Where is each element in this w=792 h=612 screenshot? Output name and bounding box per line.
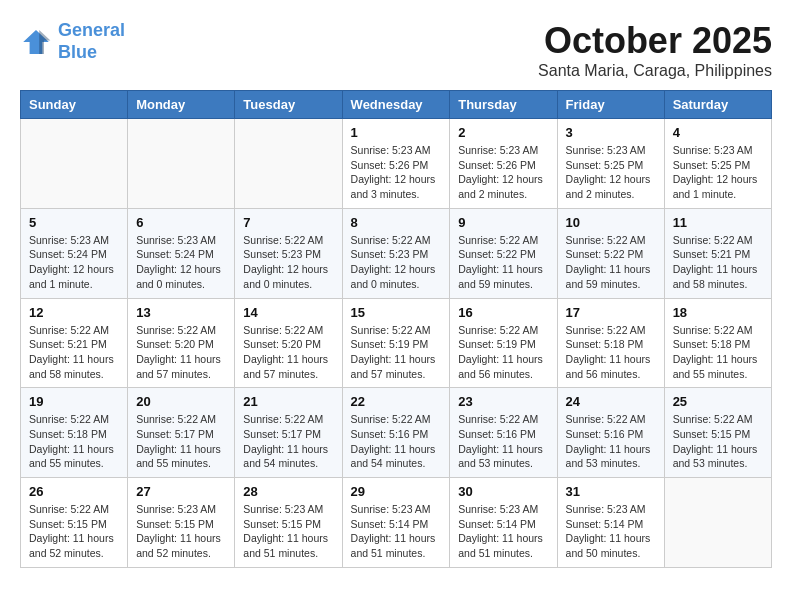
day-info: Sunrise: 5:22 AM Sunset: 5:15 PM Dayligh… (673, 412, 763, 471)
calendar-cell: 25Sunrise: 5:22 AM Sunset: 5:15 PM Dayli… (664, 388, 771, 478)
weekday-header-thursday: Thursday (450, 91, 557, 119)
calendar-cell: 17Sunrise: 5:22 AM Sunset: 5:18 PM Dayli… (557, 298, 664, 388)
calendar-cell: 8Sunrise: 5:22 AM Sunset: 5:23 PM Daylig… (342, 208, 450, 298)
logo-line1: General (58, 20, 125, 40)
calendar-cell: 29Sunrise: 5:23 AM Sunset: 5:14 PM Dayli… (342, 478, 450, 568)
day-info: Sunrise: 5:22 AM Sunset: 5:23 PM Dayligh… (243, 233, 333, 292)
title-block: October 2025 Santa Maria, Caraga, Philip… (538, 20, 772, 80)
calendar-cell: 10Sunrise: 5:22 AM Sunset: 5:22 PM Dayli… (557, 208, 664, 298)
calendar-week-row: 12Sunrise: 5:22 AM Sunset: 5:21 PM Dayli… (21, 298, 772, 388)
calendar-week-row: 5Sunrise: 5:23 AM Sunset: 5:24 PM Daylig… (21, 208, 772, 298)
day-number: 21 (243, 394, 333, 409)
calendar-cell: 14Sunrise: 5:22 AM Sunset: 5:20 PM Dayli… (235, 298, 342, 388)
day-info: Sunrise: 5:22 AM Sunset: 5:23 PM Dayligh… (351, 233, 442, 292)
day-number: 13 (136, 305, 226, 320)
day-number: 22 (351, 394, 442, 409)
day-info: Sunrise: 5:22 AM Sunset: 5:16 PM Dayligh… (566, 412, 656, 471)
day-info: Sunrise: 5:22 AM Sunset: 5:20 PM Dayligh… (243, 323, 333, 382)
day-number: 30 (458, 484, 548, 499)
logo-text: General Blue (58, 20, 125, 63)
calendar-cell: 27Sunrise: 5:23 AM Sunset: 5:15 PM Dayli… (128, 478, 235, 568)
calendar-cell: 18Sunrise: 5:22 AM Sunset: 5:18 PM Dayli… (664, 298, 771, 388)
weekday-header-wednesday: Wednesday (342, 91, 450, 119)
day-info: Sunrise: 5:22 AM Sunset: 5:22 PM Dayligh… (458, 233, 548, 292)
calendar-cell: 9Sunrise: 5:22 AM Sunset: 5:22 PM Daylig… (450, 208, 557, 298)
day-number: 5 (29, 215, 119, 230)
calendar-cell: 15Sunrise: 5:22 AM Sunset: 5:19 PM Dayli… (342, 298, 450, 388)
calendar-cell: 20Sunrise: 5:22 AM Sunset: 5:17 PM Dayli… (128, 388, 235, 478)
day-info: Sunrise: 5:23 AM Sunset: 5:14 PM Dayligh… (566, 502, 656, 561)
day-info: Sunrise: 5:22 AM Sunset: 5:21 PM Dayligh… (29, 323, 119, 382)
calendar-cell: 16Sunrise: 5:22 AM Sunset: 5:19 PM Dayli… (450, 298, 557, 388)
day-number: 9 (458, 215, 548, 230)
day-info: Sunrise: 5:23 AM Sunset: 5:25 PM Dayligh… (566, 143, 656, 202)
calendar-cell: 30Sunrise: 5:23 AM Sunset: 5:14 PM Dayli… (450, 478, 557, 568)
logo-icon (20, 26, 52, 58)
day-info: Sunrise: 5:22 AM Sunset: 5:22 PM Dayligh… (566, 233, 656, 292)
calendar-cell: 28Sunrise: 5:23 AM Sunset: 5:15 PM Dayli… (235, 478, 342, 568)
day-info: Sunrise: 5:22 AM Sunset: 5:16 PM Dayligh… (458, 412, 548, 471)
day-number: 10 (566, 215, 656, 230)
calendar-cell: 23Sunrise: 5:22 AM Sunset: 5:16 PM Dayli… (450, 388, 557, 478)
weekday-header-saturday: Saturday (664, 91, 771, 119)
page-header: General Blue October 2025 Santa Maria, C… (20, 20, 772, 80)
day-number: 26 (29, 484, 119, 499)
weekday-header-row: SundayMondayTuesdayWednesdayThursdayFrid… (21, 91, 772, 119)
day-number: 29 (351, 484, 442, 499)
day-info: Sunrise: 5:22 AM Sunset: 5:19 PM Dayligh… (351, 323, 442, 382)
day-number: 6 (136, 215, 226, 230)
day-number: 2 (458, 125, 548, 140)
day-number: 15 (351, 305, 442, 320)
day-info: Sunrise: 5:23 AM Sunset: 5:15 PM Dayligh… (136, 502, 226, 561)
day-info: Sunrise: 5:22 AM Sunset: 5:21 PM Dayligh… (673, 233, 763, 292)
day-number: 27 (136, 484, 226, 499)
calendar-cell: 26Sunrise: 5:22 AM Sunset: 5:15 PM Dayli… (21, 478, 128, 568)
day-number: 7 (243, 215, 333, 230)
day-number: 14 (243, 305, 333, 320)
day-number: 4 (673, 125, 763, 140)
day-number: 19 (29, 394, 119, 409)
day-number: 17 (566, 305, 656, 320)
calendar-header: SundayMondayTuesdayWednesdayThursdayFrid… (21, 91, 772, 119)
month-title: October 2025 (538, 20, 772, 62)
day-info: Sunrise: 5:23 AM Sunset: 5:26 PM Dayligh… (351, 143, 442, 202)
calendar-cell: 13Sunrise: 5:22 AM Sunset: 5:20 PM Dayli… (128, 298, 235, 388)
day-number: 31 (566, 484, 656, 499)
day-number: 12 (29, 305, 119, 320)
calendar-cell: 12Sunrise: 5:22 AM Sunset: 5:21 PM Dayli… (21, 298, 128, 388)
day-info: Sunrise: 5:22 AM Sunset: 5:19 PM Dayligh… (458, 323, 548, 382)
day-number: 18 (673, 305, 763, 320)
day-number: 20 (136, 394, 226, 409)
calendar-week-row: 1Sunrise: 5:23 AM Sunset: 5:26 PM Daylig… (21, 119, 772, 209)
day-number: 11 (673, 215, 763, 230)
calendar-week-row: 19Sunrise: 5:22 AM Sunset: 5:18 PM Dayli… (21, 388, 772, 478)
day-number: 16 (458, 305, 548, 320)
calendar-cell: 19Sunrise: 5:22 AM Sunset: 5:18 PM Dayli… (21, 388, 128, 478)
calendar-table: SundayMondayTuesdayWednesdayThursdayFrid… (20, 90, 772, 568)
day-info: Sunrise: 5:22 AM Sunset: 5:17 PM Dayligh… (136, 412, 226, 471)
day-info: Sunrise: 5:22 AM Sunset: 5:18 PM Dayligh… (673, 323, 763, 382)
day-number: 3 (566, 125, 656, 140)
calendar-body: 1Sunrise: 5:23 AM Sunset: 5:26 PM Daylig… (21, 119, 772, 568)
day-info: Sunrise: 5:23 AM Sunset: 5:24 PM Dayligh… (29, 233, 119, 292)
calendar-cell: 5Sunrise: 5:23 AM Sunset: 5:24 PM Daylig… (21, 208, 128, 298)
day-number: 1 (351, 125, 442, 140)
day-number: 28 (243, 484, 333, 499)
day-info: Sunrise: 5:22 AM Sunset: 5:16 PM Dayligh… (351, 412, 442, 471)
logo-line2: Blue (58, 42, 125, 64)
weekday-header-friday: Friday (557, 91, 664, 119)
svg-marker-0 (23, 30, 49, 54)
calendar-cell: 4Sunrise: 5:23 AM Sunset: 5:25 PM Daylig… (664, 119, 771, 209)
calendar-cell: 3Sunrise: 5:23 AM Sunset: 5:25 PM Daylig… (557, 119, 664, 209)
day-info: Sunrise: 5:22 AM Sunset: 5:15 PM Dayligh… (29, 502, 119, 561)
calendar-cell: 2Sunrise: 5:23 AM Sunset: 5:26 PM Daylig… (450, 119, 557, 209)
day-info: Sunrise: 5:23 AM Sunset: 5:15 PM Dayligh… (243, 502, 333, 561)
day-number: 8 (351, 215, 442, 230)
calendar-cell: 31Sunrise: 5:23 AM Sunset: 5:14 PM Dayli… (557, 478, 664, 568)
calendar-cell: 1Sunrise: 5:23 AM Sunset: 5:26 PM Daylig… (342, 119, 450, 209)
day-info: Sunrise: 5:23 AM Sunset: 5:26 PM Dayligh… (458, 143, 548, 202)
day-info: Sunrise: 5:23 AM Sunset: 5:14 PM Dayligh… (458, 502, 548, 561)
weekday-header-monday: Monday (128, 91, 235, 119)
day-info: Sunrise: 5:22 AM Sunset: 5:18 PM Dayligh… (29, 412, 119, 471)
calendar-cell: 24Sunrise: 5:22 AM Sunset: 5:16 PM Dayli… (557, 388, 664, 478)
